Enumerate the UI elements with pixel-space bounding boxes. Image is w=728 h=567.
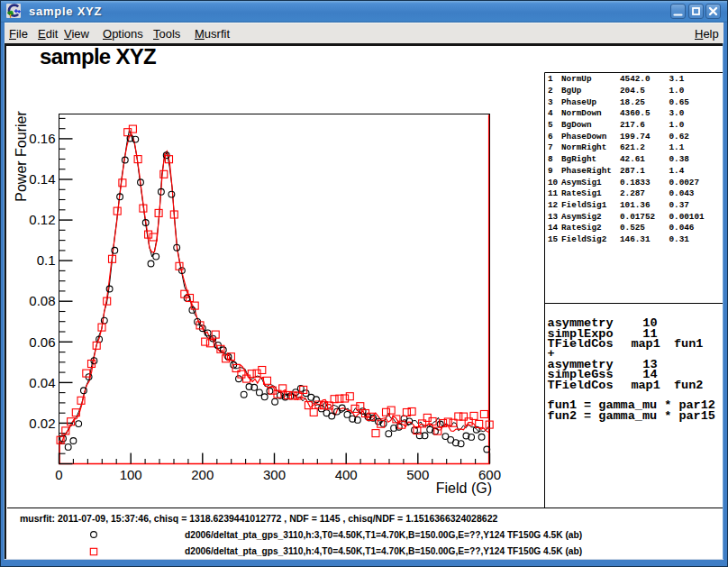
svg-text:400: 400 (335, 467, 358, 482)
svg-text:TFieldCos: TFieldCos (548, 337, 614, 351)
svg-text:8: 8 (548, 154, 553, 164)
svg-text:0.01752: 0.01752 (620, 212, 655, 222)
svg-text:0.046: 0.046 (669, 223, 695, 233)
svg-text:11: 11 (548, 188, 559, 198)
svg-text:18.25: 18.25 (620, 97, 645, 107)
svg-text:14: 14 (548, 223, 559, 233)
svg-text:0.00101: 0.00101 (669, 212, 705, 222)
svg-text:5: 5 (548, 120, 553, 130)
svg-text:4: 4 (548, 108, 553, 118)
svg-text:0.06: 0.06 (29, 334, 55, 350)
svg-text:map1: map1 (631, 337, 660, 351)
svg-text:3.0: 3.0 (669, 108, 685, 118)
svg-text:0: 0 (55, 467, 62, 482)
svg-text:42.61: 42.61 (620, 154, 645, 164)
svg-text:0.38: 0.38 (669, 154, 690, 164)
svg-text:map1: map1 (631, 379, 660, 392)
svg-text:PhaseUp: PhaseUp (561, 97, 596, 107)
svg-text:NormUp: NormUp (561, 74, 592, 84)
svg-text:PhaseRight: PhaseRight (561, 166, 612, 176)
svg-text:AsymSig1: AsymSig1 (561, 178, 602, 187)
svg-text:12: 12 (548, 200, 559, 210)
svg-text:6: 6 (548, 132, 553, 142)
svg-text:3: 3 (548, 97, 553, 107)
svg-text:Field (G): Field (G) (436, 480, 492, 496)
svg-text:10: 10 (548, 178, 559, 187)
svg-text:FieldSig2: FieldSig2 (561, 234, 607, 244)
svg-text:fun1: fun1 (674, 337, 703, 351)
svg-text:PhaseDown: PhaseDown (561, 132, 607, 142)
svg-text:Power Fourier: Power Fourier (14, 111, 29, 202)
svg-text:fun2 = gamma_mu * par15: fun2 = gamma_mu * par15 (548, 409, 715, 423)
svg-text:0.08: 0.08 (29, 293, 55, 308)
svg-text:0.14: 0.14 (29, 171, 55, 187)
svg-text:0.16: 0.16 (29, 131, 55, 146)
svg-text:9: 9 (548, 166, 553, 176)
svg-text:0.525: 0.525 (620, 223, 645, 233)
svg-text:217.6: 217.6 (620, 120, 645, 130)
svg-text:NormRight: NormRight (561, 142, 606, 152)
svg-text:0.1833: 0.1833 (620, 178, 651, 187)
svg-text:1.4: 1.4 (669, 166, 685, 176)
svg-text:0.12: 0.12 (29, 212, 55, 227)
svg-text:300: 300 (263, 467, 286, 482)
svg-text:0.31: 0.31 (669, 234, 690, 244)
svg-text:musrfit: 2011-07-09, 15:37:46,: musrfit: 2011-07-09, 15:37:46, chisq = 1… (20, 513, 497, 524)
svg-text:13: 13 (548, 212, 559, 222)
svg-text:4360.5: 4360.5 (620, 108, 651, 118)
svg-text:200: 200 (191, 467, 214, 482)
svg-text:0.02: 0.02 (29, 416, 55, 431)
svg-text:AsymSig2: AsymSig2 (561, 212, 602, 222)
svg-text:0.0027: 0.0027 (669, 178, 699, 187)
svg-text:0.37: 0.37 (669, 200, 689, 210)
svg-text:1.1: 1.1 (669, 142, 685, 152)
svg-text:BgRight: BgRight (561, 154, 596, 164)
svg-text:500: 500 (406, 467, 429, 482)
svg-text:2: 2 (548, 86, 553, 96)
svg-text:0.043: 0.043 (669, 188, 695, 198)
svg-text:0.62: 0.62 (669, 132, 690, 142)
svg-text:RateSig2: RateSig2 (561, 223, 602, 233)
svg-text:BgUp: BgUp (561, 86, 582, 96)
svg-text:3.1: 3.1 (669, 74, 685, 84)
svg-text:2.287: 2.287 (620, 188, 645, 198)
svg-text:NormDown: NormDown (561, 108, 602, 118)
svg-text:204.5: 204.5 (620, 86, 645, 96)
svg-text:7: 7 (548, 142, 553, 152)
svg-text:sample XYZ: sample XYZ (40, 44, 156, 69)
svg-text:287.1: 287.1 (620, 166, 645, 176)
svg-text:RateSig1: RateSig1 (561, 188, 602, 198)
svg-text:1.0: 1.0 (669, 86, 685, 96)
svg-text:d2006/deltat_pta_gps_3110,h:3,: d2006/deltat_pta_gps_3110,h:3,T0=4.50K,T… (185, 530, 582, 540)
svg-text:15: 15 (548, 234, 559, 244)
svg-text:0.04: 0.04 (29, 375, 55, 390)
svg-text:0.65: 0.65 (669, 97, 690, 107)
svg-text:0.1: 0.1 (37, 252, 56, 268)
svg-text:1: 1 (548, 74, 553, 84)
svg-text:fun2: fun2 (674, 379, 703, 392)
svg-text:621.2: 621.2 (620, 142, 645, 152)
svg-text:4542.0: 4542.0 (620, 74, 651, 84)
svg-text:1.0: 1.0 (669, 120, 685, 130)
svg-text:146.31: 146.31 (620, 234, 651, 244)
svg-text:100: 100 (120, 467, 142, 482)
svg-text:TFieldCos: TFieldCos (548, 379, 614, 392)
svg-text:101.36: 101.36 (620, 200, 651, 210)
svg-text:d2006/deltat_pta_gps_3110,h:4,: d2006/deltat_pta_gps_3110,h:4,T0=4.50K,T… (185, 546, 582, 556)
svg-text:199.74: 199.74 (620, 132, 651, 142)
svg-text:BgDown: BgDown (561, 120, 592, 130)
svg-text:FieldSig1: FieldSig1 (561, 200, 607, 210)
